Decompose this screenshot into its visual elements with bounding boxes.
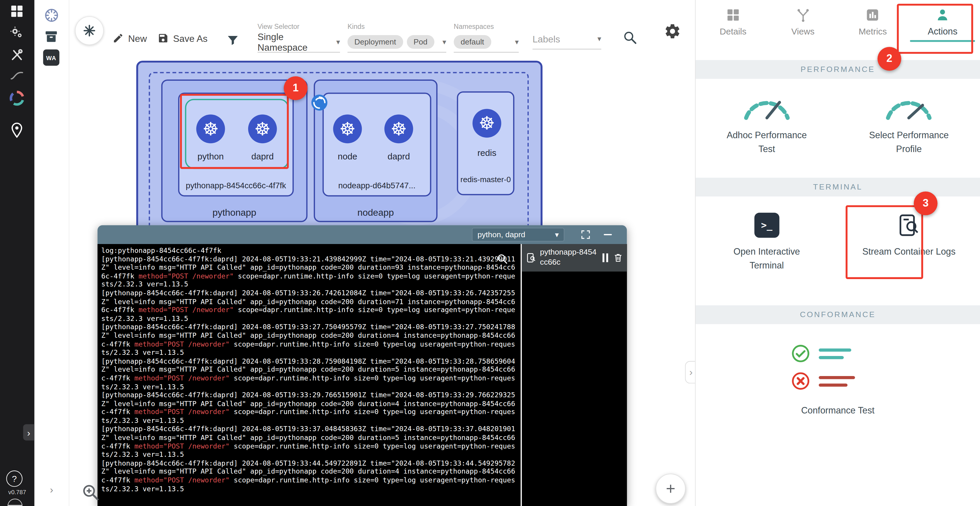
trash-icon[interactable] [613, 253, 623, 263]
minimize-icon[interactable] [604, 234, 612, 235]
grid-icon [725, 7, 741, 22]
pod-nodeapp[interactable]: node daprd nodeapp-d64b5747... [323, 93, 431, 196]
view-selector: View Selector Single Namespace [258, 22, 340, 53]
annotation-rect-step2 [897, 4, 973, 54]
section-header-conformance: CONFORMANCE [696, 305, 980, 324]
kinds-label: Kinds [347, 22, 446, 30]
right-panel: Details Views Metrics [695, 0, 980, 506]
annotation-number: 2 [886, 53, 892, 65]
container-daprd[interactable] [385, 115, 413, 144]
color-wheel-icon[interactable] [10, 91, 24, 106]
app-window: v0.787 WA New Save As [0, 0, 980, 506]
annotation-rect-step3 [846, 205, 923, 279]
terminal-items: Open Interactive Terminal Stream Contain… [696, 196, 980, 305]
pod-name-label: redis-master-0 [458, 175, 513, 184]
container-redis[interactable] [473, 109, 501, 137]
kind-chip-deployment[interactable]: Deployment [347, 35, 403, 49]
tools-icon[interactable] [10, 48, 24, 62]
container-selector-value: python, daprd [477, 230, 525, 239]
tab-views[interactable]: Views [768, 0, 838, 56]
route-curve-icon[interactable] [10, 67, 24, 83]
namespaces-label: Namespaces [453, 22, 519, 30]
action-select-performance-profile[interactable]: Select Performance Profile [838, 79, 980, 178]
module-rail-expand[interactable] [35, 484, 69, 495]
new-button-label: New [128, 33, 147, 43]
log-stream-item[interactable]: pythonapp-8454cc66c [522, 244, 627, 271]
dapr-logo-icon [310, 94, 328, 111]
location-pin-icon[interactable] [10, 121, 24, 139]
x-circle-icon [791, 372, 810, 391]
zoom-icon[interactable] [81, 483, 100, 502]
terminal-prompt-icon [754, 213, 779, 238]
labels-select[interactable]: Labels [533, 31, 601, 49]
globe-icon[interactable] [7, 499, 22, 506]
panel-collapse-handle[interactable] [685, 361, 696, 383]
section-header-performance: PERFORMANCE [696, 60, 980, 79]
branch-icon [795, 7, 810, 22]
conformance-fail-row [791, 372, 885, 391]
namespace-chip-default[interactable]: default [453, 35, 491, 49]
log-title-line: log:pythonapp-8454cc66c-4f7fk [101, 247, 517, 255]
action-label: Select Performance Profile [862, 129, 956, 156]
view-selector-label: View Selector [258, 22, 340, 30]
apps-grid-icon[interactable] [10, 4, 24, 19]
action-conformance-test[interactable]: Conformance Test [696, 344, 980, 415]
deployment-nodeapp[interactable]: node daprd nodeapp-d64b5747... nodeapp [314, 80, 438, 222]
annotation-rect-step1 [180, 94, 288, 169]
namespaces-filter: Namespaces default [453, 22, 519, 53]
action-open-interactive-terminal[interactable]: Open Interactive Terminal [696, 196, 838, 305]
layout-mode-button[interactable] [75, 16, 104, 45]
pod-redis[interactable]: redis redis-master-0 [457, 91, 514, 195]
save-as-button-label: Save As [173, 33, 208, 43]
container-selector-dropdown[interactable]: python, daprd [472, 228, 564, 242]
action-adhoc-performance-test[interactable]: Adhoc Performance Test [696, 79, 838, 178]
container-label: redis [465, 148, 509, 158]
conformance-pass-row [791, 344, 885, 363]
kinds-select[interactable]: Deployment Pod [347, 35, 446, 53]
terminal-log[interactable]: log:pythonapp-8454cc66c-4f7fk [pythonapp… [97, 244, 520, 506]
gear-icon[interactable] [664, 22, 681, 40]
annotation-badge-step3: 3 [914, 192, 938, 215]
new-button[interactable]: New [113, 32, 147, 44]
fail-result-lines [818, 376, 854, 386]
nav-expand-handle[interactable] [23, 424, 35, 440]
toolbar: New Save As View Selector Single Namespa… [69, 0, 695, 60]
spinner-logo-icon[interactable] [44, 7, 59, 23]
wa-badge-label: WA [46, 54, 57, 61]
section-header-terminal: TERMINAL [696, 178, 980, 196]
save-as-button[interactable]: Save As [158, 32, 208, 44]
terminal-header[interactable]: python, daprd [97, 225, 627, 244]
annotation-number: 3 [923, 197, 929, 209]
deployment-name-label: nodeapp [315, 207, 436, 218]
view-selector-select[interactable]: Single Namespace [258, 35, 340, 53]
log-search-icon[interactable] [496, 253, 509, 265]
wa-badge[interactable]: WA [43, 49, 59, 66]
filter-funnel-icon[interactable] [226, 34, 240, 47]
gears-icon[interactable] [10, 25, 24, 40]
version-label: v0.787 [0, 488, 35, 495]
help-icon[interactable] [6, 471, 22, 487]
container-node[interactable] [333, 115, 362, 144]
gauge-icon [740, 91, 793, 121]
container-label: node [326, 152, 369, 161]
gauge-icon [883, 91, 935, 121]
terminal-sidebar: pythonapp-8454cc66c [522, 244, 627, 506]
namespaces-select[interactable]: default [453, 35, 519, 53]
archive-box-icon[interactable] [44, 29, 59, 45]
search-icon[interactable] [623, 30, 638, 45]
pause-icon[interactable] [603, 254, 610, 262]
kind-chip-pod[interactable]: Pod [407, 35, 434, 49]
pod-name-label: pythonapp-8454cc66c-4f7fk [179, 181, 292, 190]
performance-items: Adhoc Performance Test Select Performanc… [696, 79, 980, 178]
log-document-icon [526, 252, 537, 263]
log-stream-item-label: pythonapp-8454cc66c [540, 248, 599, 268]
chevron-down-icon [336, 37, 340, 46]
add-button[interactable] [655, 474, 686, 504]
chevron-down-icon [555, 230, 559, 239]
fullscreen-icon[interactable] [581, 230, 590, 239]
kinds-filter: Kinds Deployment Pod [347, 22, 446, 53]
labels-filter: Labels [533, 31, 601, 49]
tab-label: Views [791, 26, 815, 36]
tab-details[interactable]: Details [698, 0, 768, 56]
pencil-icon [113, 32, 124, 44]
